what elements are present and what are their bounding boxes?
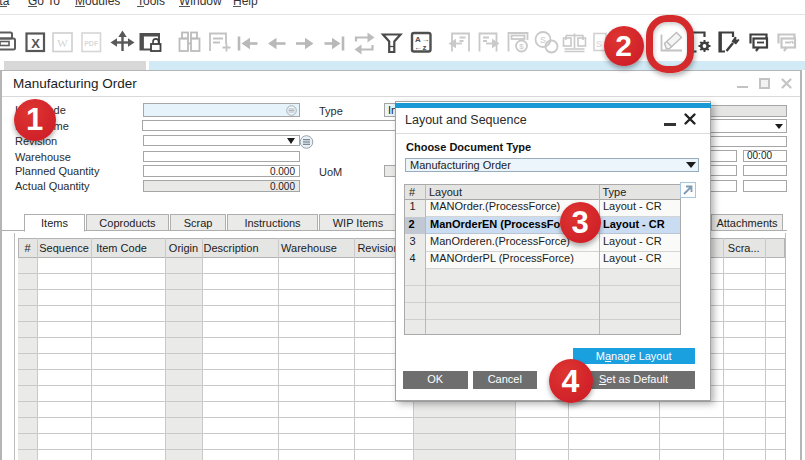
- svg-text:S: S: [540, 35, 546, 45]
- svg-text:←: ←: [414, 43, 422, 52]
- svg-text:W: W: [57, 37, 68, 49]
- svg-text:PDF: PDF: [84, 40, 99, 47]
- svg-text:X: X: [31, 36, 40, 51]
- svg-text:z: z: [423, 43, 427, 52]
- svg-text:$: $: [519, 42, 524, 51]
- svg-text:S: S: [596, 39, 602, 49]
